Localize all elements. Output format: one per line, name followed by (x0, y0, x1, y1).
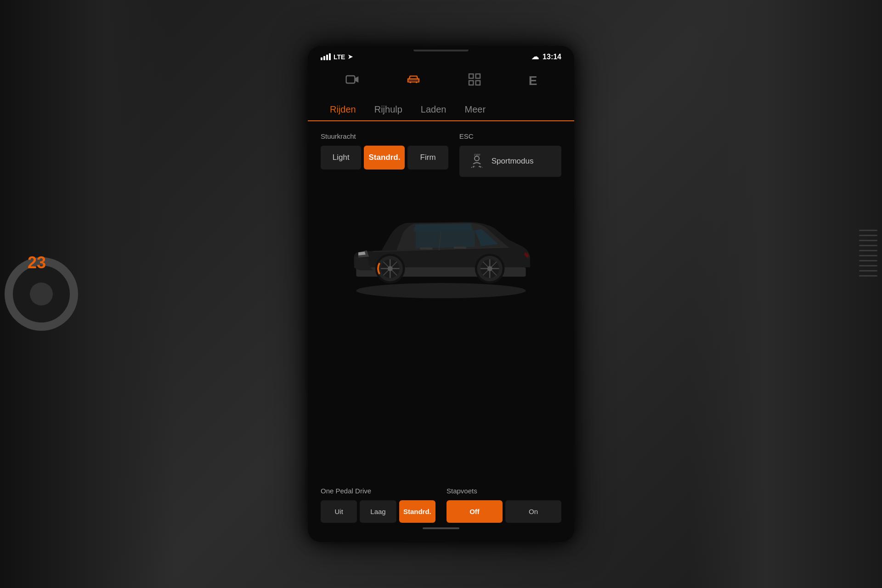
scene: 23 LTE ➤ ☁ 13:14 (0, 0, 882, 588)
tab-laden[interactable]: Laden (412, 99, 456, 120)
car-silhouette (331, 200, 551, 301)
stapvoets-off-btn[interactable]: Off (447, 500, 503, 523)
status-bar: LTE ➤ ☁ 13:14 (308, 46, 574, 65)
top-controls-row: Stuurkracht Light Standrd. Firm ESC (321, 132, 561, 177)
esc-off-icon: OFF (468, 152, 486, 170)
nav-arrow-icon: ➤ (348, 53, 353, 60)
content-area: Stuurkracht Light Standrd. Firm ESC (308, 121, 574, 478)
lte-label: LTE (334, 53, 345, 61)
svg-rect-6 (469, 81, 473, 85)
one-pedal-label: One Pedal Drive (321, 487, 435, 495)
esc-sportmodus-label: Sportmodus (492, 157, 534, 166)
stuurkracht-light-btn[interactable]: Light (321, 146, 361, 170)
svg-rect-29 (454, 247, 467, 249)
nav-grid-icon[interactable] (464, 69, 485, 92)
home-indicator (423, 527, 459, 529)
esc-group: ESC (459, 132, 561, 177)
one-pedal-buttons: Uit Laag Standrd. (321, 500, 435, 523)
svg-rect-4 (469, 74, 473, 78)
esc-label: ESC (459, 132, 561, 140)
bg-right (689, 0, 882, 588)
stuurkracht-buttons: Light Standrd. Firm (321, 146, 448, 170)
signal-bar-3 (326, 55, 328, 60)
svg-point-27 (487, 266, 492, 271)
gauge: 23 (16, 253, 53, 272)
top-nav: E (308, 65, 574, 99)
signal-bar-2 (323, 56, 325, 60)
svg-rect-7 (476, 81, 480, 85)
stapvoets-group: Stapvoets Off On (447, 487, 561, 523)
tab-meer[interactable]: Meer (455, 99, 495, 120)
stapvoets-on-btn[interactable]: On (505, 500, 561, 523)
infotainment-screen: LTE ➤ ☁ 13:14 (308, 46, 574, 542)
svg-rect-28 (420, 248, 433, 250)
tab-rijhulp[interactable]: Rijhulp (365, 99, 412, 120)
svg-rect-5 (476, 74, 480, 78)
signal-bar-4 (329, 53, 331, 60)
stuurkracht-label: Stuurkracht (321, 132, 448, 140)
main-tabs: Rijden Rijhulp Laden Meer (308, 99, 574, 121)
bottom-row: One Pedal Drive Uit Laag Standrd. Stapvo… (321, 487, 561, 523)
svg-rect-0 (346, 76, 355, 83)
bottom-controls: One Pedal Drive Uit Laag Standrd. Stapvo… (308, 478, 574, 542)
status-right: ☁ 13:14 (531, 52, 561, 61)
nav-car-icon[interactable] (403, 69, 424, 92)
one-pedal-uit-btn[interactable]: Uit (321, 500, 357, 523)
car-image-area (308, 186, 574, 315)
svg-point-2 (409, 81, 411, 83)
stuurkracht-standrd-btn[interactable]: Standrd. (364, 146, 405, 170)
cloud-icon: ☁ (531, 52, 539, 61)
svg-point-8 (475, 156, 479, 161)
tab-rijden[interactable]: Rijden (321, 99, 365, 120)
svg-text:OFF: OFF (474, 153, 481, 157)
svg-point-10 (356, 283, 526, 298)
one-pedal-group: One Pedal Drive Uit Laag Standrd. (321, 487, 435, 523)
nav-energy-icon[interactable]: E (526, 72, 540, 90)
svg-point-19 (388, 266, 393, 271)
stuurkracht-firm-btn[interactable]: Firm (407, 146, 448, 170)
signal-bar-1 (321, 57, 322, 60)
stapvoets-buttons: Off On (447, 500, 561, 523)
stapvoets-label: Stapvoets (447, 487, 561, 495)
signal-bars (321, 53, 331, 60)
esc-sportmodus-btn[interactable]: OFF Sportmodus (459, 146, 561, 177)
gauge-number: 23 (16, 253, 53, 272)
vent-texture (854, 225, 882, 363)
one-pedal-standrd-btn[interactable]: Standrd. (399, 500, 435, 523)
stuurkracht-group: Stuurkracht Light Standrd. Firm (321, 132, 448, 177)
nav-camera-icon[interactable] (342, 69, 362, 92)
svg-point-3 (416, 81, 418, 83)
bottom-pill (321, 523, 561, 529)
one-pedal-laag-btn[interactable]: Laag (360, 500, 396, 523)
clock: 13:14 (543, 53, 561, 61)
status-left: LTE ➤ (321, 53, 353, 61)
